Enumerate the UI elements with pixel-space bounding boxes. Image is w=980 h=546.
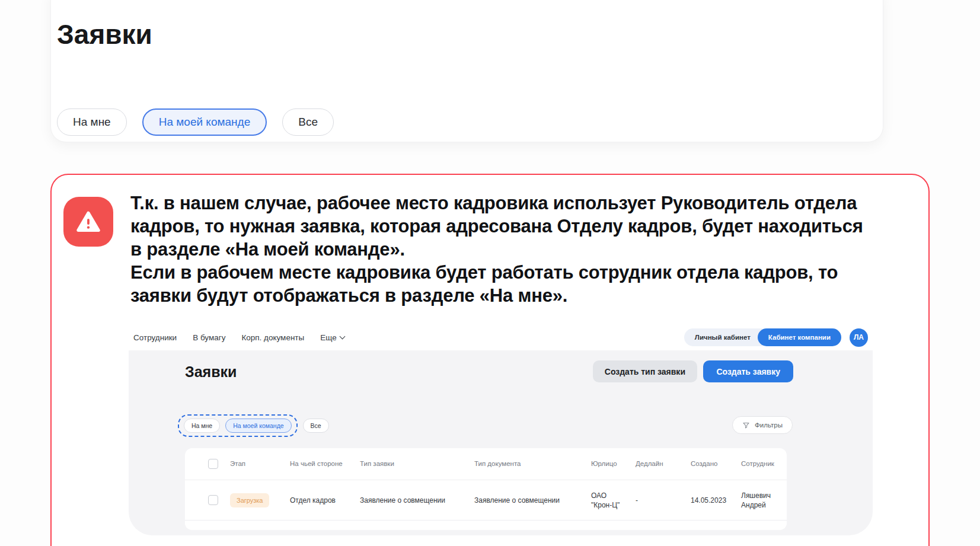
table-row-partial <box>185 521 787 529</box>
cell-legal-entity: ОАО "Крон-Ц" <box>591 491 636 510</box>
warning-icon <box>63 197 113 247</box>
nav-item-more[interactable]: Еще <box>320 333 344 342</box>
filter-chip-all[interactable]: Все <box>282 108 334 136</box>
filter-chip-label: На моей команде <box>159 116 251 129</box>
avatar-initials: ЛА <box>854 333 864 341</box>
button-label: Фильтры <box>755 422 783 429</box>
cabinet-switcher: Личный кабинет Кабинет компании <box>684 328 841 346</box>
table-header-row: Этап На чьей стороне Тип заявки Тип доку… <box>185 448 787 480</box>
tab-personal-cabinet[interactable]: Личный кабинет <box>684 328 762 346</box>
app-screenshot: Сотрудники В бумагу Корп. документы Еще … <box>129 324 873 535</box>
callout-paragraph-2: Если в рабочем месте кадровика будет раб… <box>130 261 874 307</box>
table-row[interactable]: Загрузка Отдел кадров Заявление о совмещ… <box>185 480 787 521</box>
callout-paragraph-1: Т.к. в нашем случае, рабочее место кадро… <box>130 191 874 261</box>
nav-item-label: В бумагу <box>193 333 225 342</box>
page: Заявки На мне На моей команде Все Т.к. в… <box>0 0 980 546</box>
avatar[interactable]: ЛА <box>850 328 868 347</box>
cell-employee: Ляшевич Андрей <box>741 491 787 510</box>
chip-label: На моей команде <box>233 422 283 429</box>
column-header: Сотрудник <box>741 459 787 469</box>
navbar-right: Личный кабинет Кабинет компании ЛА <box>684 328 868 347</box>
column-header: На чьей стороне <box>290 459 360 469</box>
filter-chip-on-me[interactable]: На мне <box>57 108 127 136</box>
callout-text: Т.к. в нашем случае, рабочее место кадро… <box>130 191 874 307</box>
panel-scope-filter: На мне На моей команде Все <box>178 414 329 437</box>
filter-chip-label: Все <box>298 116 318 129</box>
cell-request-type: Заявление о совмещении <box>360 496 474 505</box>
app-navbar: Сотрудники В бумагу Корп. документы Еще … <box>129 324 873 350</box>
cell-side: Отдел кадров <box>290 496 360 505</box>
cell-document-type: Заявление о совмещении <box>474 496 591 505</box>
column-header: Тип документа <box>474 459 591 469</box>
nav-item-label: Еще <box>320 333 336 342</box>
panel-chip-on-my-team[interactable]: На моей команде <box>225 419 291 433</box>
filters-button[interactable]: Фильтры <box>732 416 793 434</box>
column-header: Дедлайн <box>636 459 691 469</box>
select-all-checkbox[interactable] <box>208 459 218 469</box>
page-title: Заявки <box>57 18 152 50</box>
requests-panel: Заявки Создать тип заявки Создать заявку… <box>129 350 873 535</box>
highlight-dashed-box: На мне На моей команде <box>178 414 298 437</box>
nav-item-label: Корп. документы <box>241 333 304 342</box>
panel-title: Заявки <box>185 363 237 381</box>
button-label: Создать тип заявки <box>605 367 685 376</box>
nav-item-employees[interactable]: Сотрудники <box>133 333 177 342</box>
row-checkbox[interactable] <box>208 495 218 505</box>
filter-chip-label: На мне <box>73 116 111 129</box>
panel-chip-on-me[interactable]: На мне <box>184 419 220 433</box>
chip-label: Все <box>311 422 321 429</box>
cell-deadline: - <box>636 496 691 505</box>
create-request-type-button[interactable]: Создать тип заявки <box>593 360 697 382</box>
status-badge: Загрузка <box>230 493 269 507</box>
create-request-button[interactable]: Создать заявку <box>703 360 793 382</box>
chip-label: На мне <box>191 422 212 429</box>
filter-chip-on-my-team[interactable]: На моей команде <box>142 108 267 136</box>
nav-item-to-paper[interactable]: В бумагу <box>193 333 225 342</box>
requests-table: Этап На чьей стороне Тип заявки Тип доку… <box>185 448 787 530</box>
nav-item-label: Сотрудники <box>133 333 177 342</box>
column-header: Создано <box>691 459 741 469</box>
cell-stage: Загрузка <box>230 493 290 507</box>
tab-label: Кабинет компании <box>768 334 831 341</box>
cell-created: 14.05.2023 <box>691 496 741 505</box>
chevron-down-icon <box>339 333 345 339</box>
nav-item-corp-documents[interactable]: Корп. документы <box>241 333 304 342</box>
tab-company-cabinet[interactable]: Кабинет компании <box>758 328 841 346</box>
funnel-icon <box>742 422 750 429</box>
panel-chip-all[interactable]: Все <box>303 419 329 433</box>
column-header: Тип заявки <box>360 459 474 469</box>
button-label: Создать заявку <box>716 367 780 376</box>
request-scope-filter: На мне На моей команде Все <box>57 108 334 136</box>
column-header: Юрлицо <box>591 459 636 469</box>
tab-label: Личный кабинет <box>695 334 751 341</box>
requests-header-card: Заявки На мне На моей команде Все <box>50 0 883 142</box>
warning-callout: Т.к. в нашем случае, рабочее место кадро… <box>50 174 930 546</box>
column-header: Этап <box>230 459 290 469</box>
